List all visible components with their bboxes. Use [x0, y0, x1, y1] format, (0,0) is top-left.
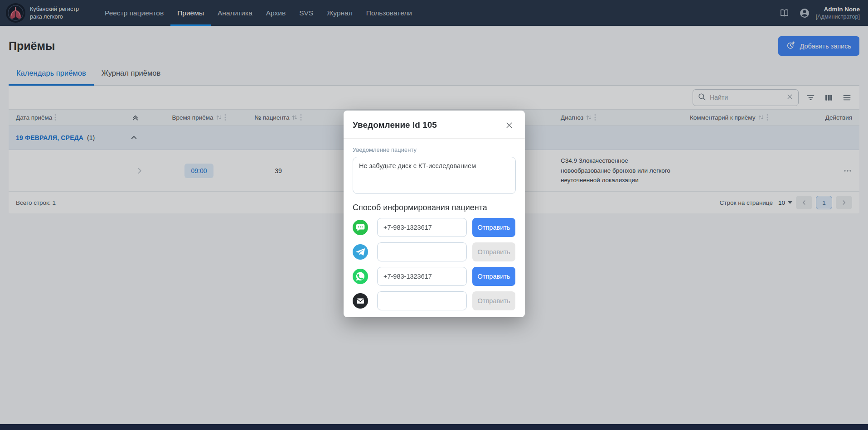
- whatsapp-send-button[interactable]: Отправить: [472, 267, 515, 286]
- notification-modal: Уведомление id 105 Уведомление пациенту …: [344, 111, 525, 317]
- notification-text-area[interactable]: Не забудьте диск с КТ-исследованием: [353, 157, 516, 194]
- channel-row-whatsapp: Отправить: [353, 267, 516, 286]
- email-icon: [353, 293, 368, 309]
- channel-row-email: Отправить: [353, 291, 516, 310]
- email-input[interactable]: [377, 291, 467, 310]
- modal-title: Уведомление id 105: [353, 120, 437, 130]
- notification-label: Уведомление пациенту: [353, 146, 516, 153]
- whatsapp-icon: [353, 269, 368, 284]
- sms-icon: [353, 220, 368, 235]
- telegram-send-button[interactable]: Отправить: [472, 242, 515, 261]
- email-send-button[interactable]: Отправить: [472, 291, 515, 310]
- notify-method-title: Способ информирования пациента: [353, 203, 516, 213]
- telegram-icon: [353, 244, 368, 260]
- sms-send-button[interactable]: Отправить: [472, 218, 515, 237]
- telegram-input[interactable]: [377, 242, 467, 261]
- whatsapp-phone-input[interactable]: [377, 267, 467, 286]
- channel-row-sms: Отправить: [353, 218, 516, 237]
- channel-row-telegram: Отправить: [353, 242, 516, 261]
- close-icon[interactable]: [503, 119, 515, 131]
- sms-phone-input[interactable]: [377, 218, 467, 237]
